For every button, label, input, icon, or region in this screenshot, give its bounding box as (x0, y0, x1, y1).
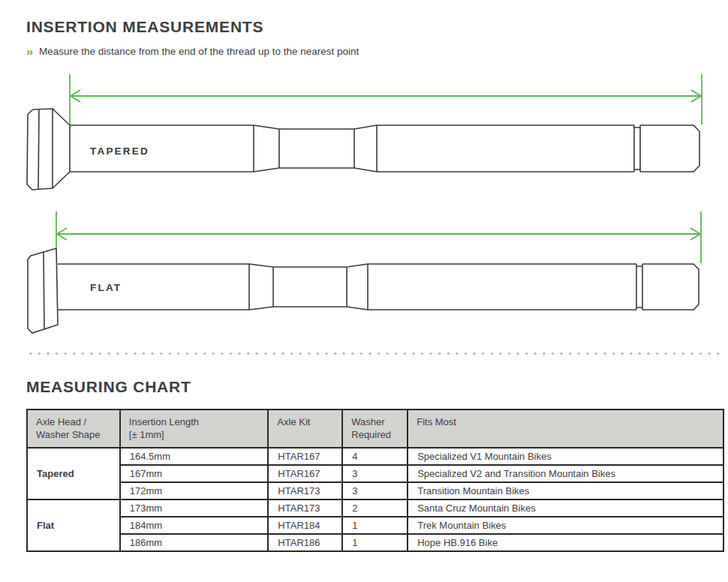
cell-axle-kit: HTAR173 (268, 500, 342, 517)
cell-washer-required: 1 (342, 517, 408, 534)
column-header-axle-head: Axle Head / Washer Shape (27, 410, 120, 448)
table-row: 172mm HTAR173 3 Transition Mountain Bike… (27, 482, 723, 500)
table-row: 184mm HTAR184 1 Trek Mountain Bikes (27, 517, 723, 534)
table-row: 186mm HTAR186 1 Hope HB.916 Bike (27, 534, 723, 551)
tapered-measurement-arrow (70, 74, 702, 124)
cell-insertion-length: 167mm (120, 465, 269, 482)
cell-washer-required: 4 (342, 448, 408, 465)
group-cell-tapered: Tapered (27, 448, 120, 500)
flat-measurement-arrow (56, 212, 701, 263)
header-line: Axle Head / (36, 416, 86, 428)
cell-axle-kit: HTAR167 (268, 465, 342, 482)
cell-insertion-length: 184mm (120, 517, 269, 534)
cell-insertion-length: 173mm (120, 500, 269, 517)
cell-fits-most: Specialized V1 Mountain Bikes (408, 448, 723, 465)
cell-insertion-length: 186mm (120, 534, 269, 551)
header-line: Washer (351, 416, 384, 428)
cell-washer-required: 2 (342, 500, 408, 517)
header-line: Fits Most (417, 416, 456, 428)
cell-axle-kit: HTAR184 (268, 517, 342, 534)
measuring-chart-table: Axle Head / Washer Shape Insertion Lengt… (26, 409, 724, 552)
header-line: Axle Kit (277, 416, 310, 428)
cell-insertion-length: 164.5mm (120, 448, 269, 465)
table-header-row: Axle Head / Washer Shape Insertion Lengt… (27, 410, 723, 448)
header-line: Insertion Length (129, 416, 199, 428)
cell-fits-most: Transition Mountain Bikes (408, 482, 723, 500)
header-line: Required (351, 429, 391, 440)
cell-insertion-length: 172mm (120, 482, 269, 500)
cell-washer-required: 3 (342, 482, 408, 500)
chart-heading: MEASURING CHART (26, 378, 191, 396)
tapered-axle-label: TAPERED (90, 146, 149, 157)
cell-axle-kit: HTAR173 (268, 482, 342, 500)
axle-diagrams: TAPERED FLAT (0, 0, 728, 352)
cell-fits-most: Specialized V2 and Transition Mountain B… (408, 465, 723, 482)
group-cell-flat: Flat (27, 500, 120, 551)
dotted-divider (26, 352, 724, 356)
cell-axle-kit: HTAR167 (268, 448, 342, 465)
cell-washer-required: 1 (342, 534, 408, 551)
cell-fits-most: Hope HB.916 Bike (408, 534, 723, 551)
header-line: Washer Shape (36, 429, 101, 440)
flat-axle-body (28, 248, 699, 333)
table-row: Tapered 164.5mm HTAR167 4 Specialized V1… (27, 448, 723, 465)
table-row: 167mm HTAR167 3 Specialized V2 and Trans… (27, 465, 723, 482)
column-header-fits-most: Fits Most (408, 410, 723, 448)
table-row: Flat 173mm HTAR173 2 Santa Cruz Mountain… (27, 500, 723, 517)
header-line: [± 1mm] (129, 429, 164, 440)
cell-fits-most: Trek Mountain Bikes (408, 517, 723, 534)
manual-page: INSERTION MEASUREMENTS ›› Measure the di… (0, 0, 728, 582)
cell-washer-required: 3 (342, 465, 408, 482)
column-header-washer-required: Washer Required (342, 410, 408, 448)
cell-axle-kit: HTAR186 (268, 534, 342, 551)
flat-axle-label: FLAT (90, 282, 122, 293)
column-header-axle-kit: Axle Kit (268, 410, 342, 448)
column-header-insertion-length: Insertion Length [± 1mm] (120, 410, 269, 448)
cell-fits-most: Santa Cruz Mountain Bikes (408, 500, 723, 517)
